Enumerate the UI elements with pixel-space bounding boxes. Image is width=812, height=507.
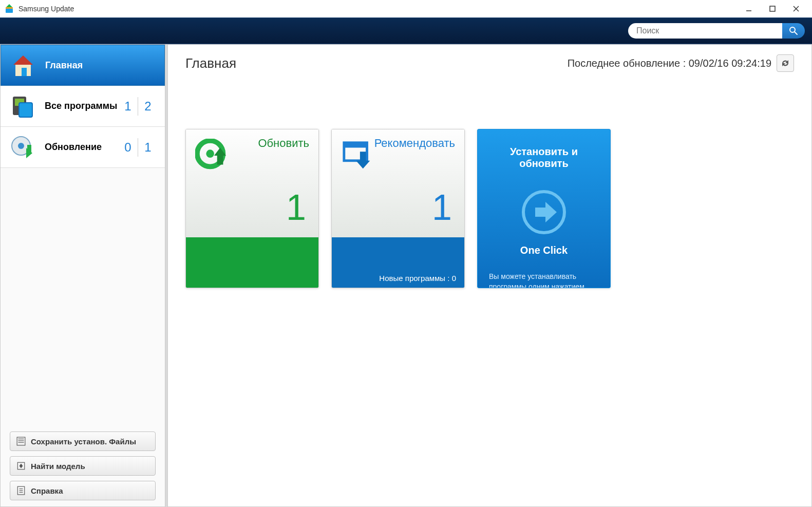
home-icon <box>10 52 36 78</box>
oneclick-label: One Click <box>520 245 568 256</box>
card-title: Установить и обновить <box>489 146 599 170</box>
nav-item-all-programs[interactable]: Все программы 1 2 <box>1 86 165 127</box>
disc-arrow-up-icon <box>195 139 230 174</box>
minimize-button[interactable] <box>737 0 761 17</box>
refresh-button[interactable] <box>777 54 794 72</box>
button-label: Сохранить установ. Файлы <box>31 437 136 446</box>
svg-line-8 <box>795 32 797 34</box>
update-icon <box>10 135 35 160</box>
nav-label: Главная <box>45 60 155 71</box>
svg-rect-33 <box>217 155 223 164</box>
arrow-circle-icon <box>521 189 567 237</box>
nav-count-2: 2 <box>140 99 156 114</box>
save-icon <box>16 437 26 446</box>
svg-rect-4 <box>770 6 775 11</box>
nav-item-home[interactable]: Главная <box>1 45 165 86</box>
save-install-files-button[interactable]: Сохранить установ. Файлы <box>10 431 156 451</box>
card-description: Вы можете устанавливать программы одним … <box>489 272 599 288</box>
card-title: Обновить <box>258 137 309 150</box>
find-model-button[interactable]: Найти модель <box>10 456 156 476</box>
card-footer: Новые программы : 0 <box>332 237 464 288</box>
card-title: Рекомендовать <box>374 137 455 150</box>
page-title: Главная <box>185 55 236 71</box>
card-recommend[interactable]: Рекомендовать 1 Новые программы : 0 <box>331 129 465 288</box>
find-icon <box>16 461 26 471</box>
maximize-button[interactable] <box>761 0 784 17</box>
nav-list: Главная Все программы 1 2 Обновление 0 1 <box>1 45 165 425</box>
help-button[interactable]: Справка <box>10 481 156 500</box>
svg-marker-24 <box>20 464 23 466</box>
svg-rect-1 <box>6 7 13 9</box>
svg-point-31 <box>206 149 214 158</box>
button-label: Найти модель <box>31 462 85 471</box>
search-button[interactable] <box>782 23 805 39</box>
titlebar: Samsung Update <box>0 0 812 17</box>
window-title: Samsung Update <box>18 5 74 13</box>
svg-marker-40 <box>545 202 557 222</box>
nav-count-1: 1 <box>120 99 136 114</box>
sidebar: Главная Все программы 1 2 Обновление 0 1 <box>0 44 165 507</box>
card-footer-text: Новые программы : 0 <box>379 274 456 283</box>
programs-icon <box>10 93 35 119</box>
sidebar-bottom-buttons: Сохранить установ. Файлы Найти модель Сп… <box>1 425 165 506</box>
svg-marker-25 <box>20 466 23 468</box>
svg-rect-11 <box>22 68 27 76</box>
search-band <box>0 17 812 44</box>
nav-count-2: 1 <box>140 140 156 155</box>
card-update[interactable]: Обновить 1 <box>185 129 319 288</box>
svg-rect-14 <box>19 103 32 117</box>
svg-rect-0 <box>6 9 13 13</box>
help-icon <box>16 486 26 495</box>
svg-marker-9 <box>13 55 33 65</box>
window-arrow-down-icon <box>341 139 376 174</box>
svg-rect-35 <box>344 143 367 148</box>
svg-marker-2 <box>6 4 12 7</box>
svg-rect-18 <box>27 145 31 154</box>
last-update-label: Последнее обновление : 09/02/16 09:24:19 <box>568 58 771 69</box>
button-label: Справка <box>31 486 63 495</box>
nav-count-1: 0 <box>120 140 136 155</box>
svg-point-16 <box>18 143 24 149</box>
card-count: 1 <box>432 187 452 228</box>
nav-item-update[interactable]: Обновление 0 1 <box>1 127 165 168</box>
nav-label: Обновление <box>45 142 120 153</box>
app-icon <box>4 4 14 14</box>
svg-marker-37 <box>356 161 370 169</box>
card-footer <box>186 237 318 288</box>
main-header: Главная Последнее обновление : 09/02/16 … <box>168 45 811 82</box>
card-count: 1 <box>286 187 306 228</box>
svg-rect-39 <box>535 208 546 217</box>
svg-rect-19 <box>17 437 25 445</box>
main-panel: Главная Последнее обновление : 09/02/16 … <box>167 44 812 507</box>
search-input[interactable] <box>628 23 782 39</box>
nav-label: Все программы <box>45 101 120 111</box>
card-install-update[interactable]: Установить и обновить One Click Вы может… <box>477 129 611 288</box>
close-button[interactable] <box>784 0 808 17</box>
cards-row: Обновить 1 Рекомендовать 1 Новые програм… <box>168 82 811 288</box>
